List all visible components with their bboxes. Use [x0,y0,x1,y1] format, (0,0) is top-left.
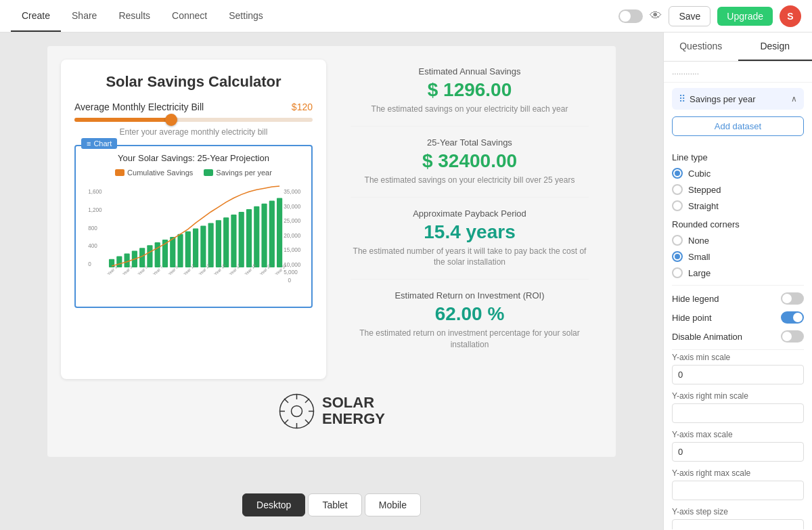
roi-block: Estimated Return on Investment (ROI) 62.… [351,290,589,361]
total-desc: The estimated savings on your electricit… [351,175,589,186]
annual-desc: The estimated savings on your electricit… [351,104,589,115]
rounded-corners-label: Rounded corners [672,219,804,229]
hide-point-toggle[interactable] [781,311,804,324]
add-dataset-button[interactable]: Add dataset [672,116,804,136]
line-type-group: Cubic Stepped Straight [672,168,804,211]
save-button[interactable]: Save [669,6,710,26]
chart-legend: Cumulative Savings Savings per year [83,169,304,177]
payback-block: Approximate Payback Period 15.4 years Th… [351,208,589,280]
slider-container[interactable] [74,118,313,122]
annual-value: $ 1296.00 [351,79,589,101]
svg-rect-30 [239,212,244,267]
svg-line-55 [305,420,309,424]
canvas-area: Solar Savings Calculator Average Monthly… [0,32,663,530]
total-heading: 25-Year Total Savings [351,137,589,148]
svg-rect-31 [246,209,252,267]
annual-heading: Estimated Annual Savings [351,66,589,76]
logo-text: SOLAR ENERGY [322,395,385,427]
svg-rect-14 [116,257,122,267]
panel-tab-questions[interactable]: Questions [664,32,738,61]
divider-1 [672,285,804,286]
y-min-input[interactable] [672,365,804,384]
radio-small[interactable] [672,251,683,262]
scrollable-panel[interactable]: ............ ⠿ Savings per year ∧ Add da… [664,62,812,529]
chart-title: Your Solar Savings: 25-Year Projection [83,153,304,163]
radio-large[interactable] [672,267,683,278]
solar-logo-icon [278,393,315,430]
calc-title: Solar Savings Calculator [74,73,313,91]
line-type-stepped[interactable]: Stepped [672,184,804,195]
nav-tabs: Create Share Results Connect Settings [11,1,274,32]
svg-text:0: 0 [288,278,291,284]
nav-tab-results[interactable]: Results [108,1,161,32]
legend-savings-label: Savings per year [216,169,272,177]
eye-icon[interactable]: 👁 [650,9,662,23]
line-type-straight[interactable]: Straight [672,200,804,211]
rounded-none[interactable]: None [672,235,804,246]
radio-cubic[interactable] [672,168,683,179]
slider-track[interactable] [74,118,313,122]
radio-stepped[interactable] [672,184,683,195]
legend-cumulative-label: Cumulative Savings [127,169,193,177]
legend-cumulative-dot [115,169,125,176]
radio-straight[interactable] [672,200,683,211]
preview-toggle[interactable] [618,9,643,23]
y-right-max-input[interactable] [672,481,804,500]
main-content: Solar Savings Calculator Average Monthly… [0,32,812,530]
y-right-min-input[interactable] [672,403,804,423]
panel-tab-design[interactable]: Design [738,32,813,61]
rounded-corners-group: None Small Large [672,235,804,278]
panel-tabs: Questions Design [664,32,812,62]
payback-desc: The estimated number of years it will ta… [351,246,589,269]
line-type-label: Line type [672,152,804,162]
divider-2 [672,349,804,350]
svg-rect-32 [254,206,259,267]
tablet-button[interactable]: Tablet [308,493,361,516]
rounded-small[interactable]: Small [672,251,804,262]
y-max-label: Y-axis max scale [672,430,804,439]
disable-animation-toggle[interactable] [781,330,804,343]
bill-label: Average Monthly Electricity Bill [74,102,204,112]
y-step-input[interactable] [672,519,804,529]
svg-text:Year 7: Year 7 [152,264,164,276]
svg-rect-21 [170,237,175,267]
svg-text:1,600: 1,600 [88,189,102,195]
nav-tab-create[interactable]: Create [11,1,61,32]
svg-text:20,000: 20,000 [284,233,300,239]
slider-hint: Enter your average monthly electricity b… [74,127,313,137]
nav-tab-settings[interactable]: Settings [218,1,274,32]
hide-legend-toggle[interactable] [781,292,804,305]
line-type-cubic[interactable]: Cubic [672,168,804,179]
hide-point-row: Hide point [672,311,804,324]
chart-tag: ≡ Chart [81,138,117,149]
hide-point-label: Hide point [672,313,712,323]
mobile-button[interactable]: Mobile [365,493,421,516]
desktop-button[interactable]: Desktop [242,493,305,516]
roi-value: 62.00 % [351,303,589,325]
slider-thumb[interactable] [165,114,177,126]
nav-tab-connect[interactable]: Connect [161,1,218,32]
svg-text:25,000: 25,000 [284,218,300,224]
total-value: $ 32400.00 [351,150,589,172]
bill-value: $120 [292,102,313,112]
chevron-up-icon[interactable]: ∧ [791,94,797,104]
logo-area: SOLAR ENERGY [61,379,602,443]
rounded-large[interactable]: Large [672,267,804,278]
calculator-card: Solar Savings Calculator Average Monthly… [61,60,326,379]
avatar[interactable]: S [780,5,801,27]
y-max-input[interactable] [672,442,804,462]
dataset-name: ⠿ Savings per year [679,93,756,104]
upgrade-button[interactable]: Upgrade [717,7,773,26]
svg-text:30,000: 30,000 [284,204,300,210]
top-nav: Create Share Results Connect Settings 👁 … [0,0,812,32]
nav-tab-share[interactable]: Share [61,1,108,32]
dataset-header[interactable]: ⠿ Savings per year ∧ [672,88,804,110]
svg-rect-34 [269,201,275,267]
radio-none[interactable] [672,235,683,246]
payback-value: 15.4 years [351,221,589,243]
legend-savings-dot [204,169,213,176]
svg-rect-27 [216,220,221,267]
svg-text:400: 400 [88,243,97,249]
svg-rect-33 [261,204,267,267]
bill-row: Average Monthly Electricity Bill $120 [74,102,313,112]
